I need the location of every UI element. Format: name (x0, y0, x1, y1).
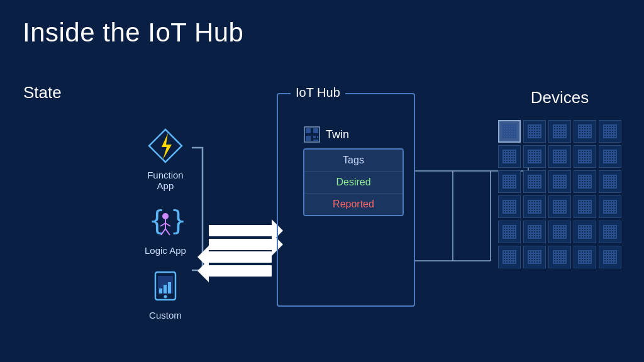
device-cell (498, 120, 521, 143)
iot-hub-label: IoT Hub (291, 85, 345, 100)
custom-app-label: Custom (149, 310, 182, 321)
device-cell (574, 246, 596, 268)
device-cell (548, 120, 571, 143)
svg-rect-28 (168, 282, 171, 293)
iot-hub-box: IoT Hub Twin Tags Desired (277, 93, 415, 307)
state-label: State (23, 83, 62, 102)
twin-chip-icon (303, 126, 321, 143)
svg-rect-35 (313, 140, 318, 141)
svg-line-21 (165, 223, 170, 226)
svg-marker-7 (197, 260, 209, 282)
reported-row: Reported (304, 194, 402, 215)
svg-marker-15 (162, 133, 172, 160)
svg-text:{: { (149, 206, 165, 236)
svg-rect-36 (317, 136, 318, 138)
device-cell (599, 221, 621, 243)
twin-label: Twin (326, 128, 349, 141)
device-cell (523, 221, 546, 243)
device-cell (523, 170, 546, 193)
device-cell (548, 221, 571, 243)
device-cell (498, 195, 521, 218)
svg-rect-0 (209, 225, 272, 236)
device-cell (574, 195, 596, 218)
twin-label-row: Twin (303, 126, 404, 143)
apps-column: FunctionApp { } Logic App (145, 126, 186, 321)
function-app-label: FunctionApp (147, 170, 184, 191)
device-cell (599, 246, 621, 268)
svg-rect-34 (313, 136, 316, 138)
custom-app-item: Custom (145, 266, 186, 321)
device-cell (599, 195, 621, 218)
desired-row: Desired (304, 172, 402, 194)
device-cell (574, 145, 596, 168)
svg-rect-27 (164, 285, 167, 293)
function-app-icon (145, 126, 186, 166)
device-cell (548, 246, 571, 268)
device-cell (498, 246, 521, 268)
logic-app-label: Logic App (145, 245, 186, 256)
svg-marker-6 (197, 246, 209, 268)
device-cell (498, 145, 521, 168)
svg-rect-32 (313, 128, 318, 133)
svg-line-23 (165, 229, 170, 235)
device-cell (574, 170, 596, 193)
logic-app-item: { } Logic App (145, 201, 186, 256)
tags-row: Tags (304, 150, 402, 172)
twin-container: Twin Tags Desired Reported (303, 126, 404, 216)
function-app-item: FunctionApp (145, 126, 186, 191)
device-cell (498, 221, 521, 243)
svg-rect-1 (209, 239, 272, 250)
device-cell (599, 145, 621, 168)
device-cell (548, 170, 571, 193)
device-grid (498, 120, 621, 268)
device-cell (523, 246, 546, 268)
logic-app-icon: { } (145, 201, 186, 241)
device-cell (498, 170, 521, 193)
device-cell (599, 120, 621, 143)
svg-rect-5 (209, 265, 272, 277)
svg-rect-33 (306, 136, 311, 141)
device-cell (523, 145, 546, 168)
svg-point-18 (162, 213, 169, 219)
device-cell (523, 120, 546, 143)
svg-point-29 (164, 295, 167, 299)
devices-label: Devices (498, 88, 621, 107)
twin-data-box: Tags Desired Reported (303, 148, 404, 216)
page-title: Inside the IoT Hub (23, 18, 243, 48)
device-cell (548, 195, 571, 218)
device-cell (523, 195, 546, 218)
device-cell (548, 145, 571, 168)
device-cell (574, 221, 596, 243)
devices-section: Devices (498, 88, 621, 268)
custom-app-icon (145, 266, 186, 306)
svg-rect-26 (159, 288, 162, 293)
svg-rect-4 (209, 251, 272, 263)
device-cell (599, 170, 621, 193)
svg-text:}: } (170, 206, 184, 236)
svg-rect-31 (306, 128, 311, 133)
device-cell (574, 120, 596, 143)
